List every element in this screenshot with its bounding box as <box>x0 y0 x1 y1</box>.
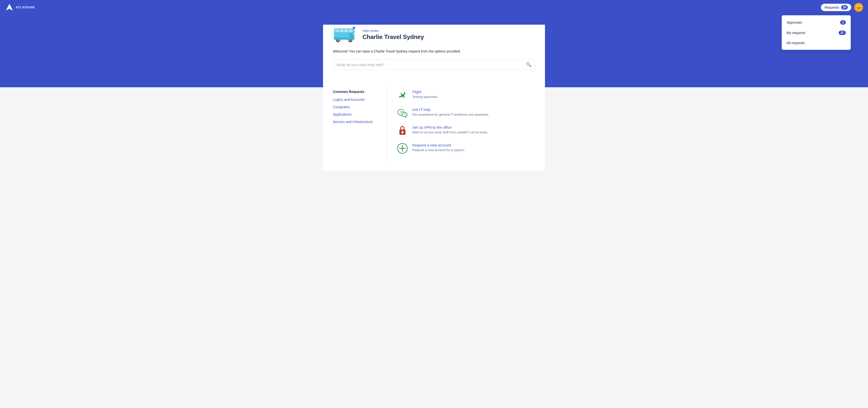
requests-button[interactable]: Requests 29 <box>821 4 851 11</box>
hero-inner: Help center Charlie Travel Sydney Welcom… <box>323 25 545 87</box>
new-account-title[interactable]: Request a new account <box>412 143 465 147</box>
list-item: ? ? Get IT help Get assistance for gener… <box>397 107 535 118</box>
list-item: Set up VPN to the office Want to access … <box>397 125 535 136</box>
svg-rect-8 <box>349 33 353 38</box>
svg-rect-6 <box>344 30 348 32</box>
dropdown-item-approvals[interactable]: Approvals 2 <box>782 17 851 28</box>
hero-header: Help center Charlie Travel Sydney <box>333 25 535 44</box>
search-icon: 🔍 <box>526 62 531 67</box>
vpn-title[interactable]: Set up VPN to the office <box>412 125 488 129</box>
list-item: Flight Testing approvals <box>397 90 535 101</box>
search-input[interactable] <box>337 63 526 67</box>
header-right: Requests 29 🐱 Approvals 2 My requests 27… <box>821 3 863 12</box>
sidebar-title: Common Requests <box>333 90 379 94</box>
atlassian-logo-icon <box>5 3 14 12</box>
logo: ATLASSIAN <box>5 3 35 12</box>
svg-rect-7 <box>349 30 352 32</box>
search-bar: 🔍 <box>333 59 535 70</box>
dropdown-my-requests-label: My requests <box>786 31 805 35</box>
svg-rect-16 <box>353 33 355 34</box>
flight-icon <box>397 90 408 101</box>
new-account-desc: Request a new account for a system. <box>412 148 465 152</box>
avatar-emoji: 🐱 <box>856 4 862 10</box>
dropdown-approvals-label: Approvals <box>786 21 802 24</box>
dropdown-item-my-requests[interactable]: My requests 27 <box>782 28 851 38</box>
bus-illustration-icon <box>333 25 358 44</box>
requests-count-badge: 29 <box>841 5 848 10</box>
vpn-request-info: Set up VPN to the office Want to access … <box>412 125 488 134</box>
header: ATLASSIAN Requests 29 🐱 Approvals 2 My r… <box>0 0 868 15</box>
sidebar-item-logins-and-accounts[interactable]: Logins and Accounts <box>333 98 379 101</box>
dropdown-my-requests-badge: 27 <box>839 31 846 35</box>
svg-rect-15 <box>334 38 354 40</box>
dropdown-all-requests-label: All requests <box>786 41 805 45</box>
new-account-icon <box>397 143 408 154</box>
svg-rect-4 <box>335 30 339 32</box>
svg-rect-5 <box>340 30 343 32</box>
main-content: Common Requests Logins and Accounts Comp… <box>323 87 545 170</box>
sidebar-item-computers[interactable]: Computers <box>333 105 379 109</box>
flight-title[interactable]: Flight <box>412 90 437 94</box>
vpn-desc: Want to access work stuff from outside? … <box>412 130 488 134</box>
hero-description: Welcome! You can raise a Charlie Travel … <box>333 49 535 53</box>
sidebar-item-servers-and-infrastructure[interactable]: Servers and Infrastructure <box>333 120 379 124</box>
svg-text:?: ? <box>404 113 406 116</box>
dropdown-approvals-badge: 2 <box>840 20 846 25</box>
new-account-request-info: Request a new account Request a new acco… <box>412 143 465 152</box>
logo-text: ATLASSIAN <box>16 6 35 9</box>
sidebar-item-applications[interactable]: Applications <box>333 113 379 116</box>
get-it-help-request-info: Get IT help Get assistance for general I… <box>412 107 489 116</box>
avatar[interactable]: 🐱 <box>854 3 863 12</box>
flight-desc: Testing approvals <box>412 95 437 99</box>
sidebar: Common Requests Logins and Accounts Comp… <box>333 87 387 161</box>
get-it-help-icon: ? ? <box>397 107 408 118</box>
vpn-icon <box>397 125 408 136</box>
requests-label: Requests <box>824 5 839 9</box>
help-center-label: Help center <box>363 29 424 33</box>
get-it-help-title[interactable]: Get IT help <box>412 107 489 112</box>
requests-dropdown: Approvals 2 My requests 27 All requests <box>782 15 851 50</box>
svg-rect-26 <box>402 132 403 134</box>
requests-list: Flight Testing approvals ? ? Get IT help… <box>387 87 535 161</box>
dropdown-item-all-requests[interactable]: All requests <box>782 38 851 48</box>
svg-marker-1 <box>9 4 13 10</box>
hero-title: Charlie Travel Sydney <box>363 34 424 40</box>
hero-title-block: Help center Charlie Travel Sydney <box>363 29 424 40</box>
svg-rect-14 <box>353 27 355 28</box>
hero-section: Help center Charlie Travel Sydney Welcom… <box>0 15 868 87</box>
list-item: Request a new account Request a new acco… <box>397 143 535 154</box>
get-it-help-desc: Get assistance for general IT problems a… <box>412 113 489 116</box>
flight-request-info: Flight Testing approvals <box>412 90 437 99</box>
